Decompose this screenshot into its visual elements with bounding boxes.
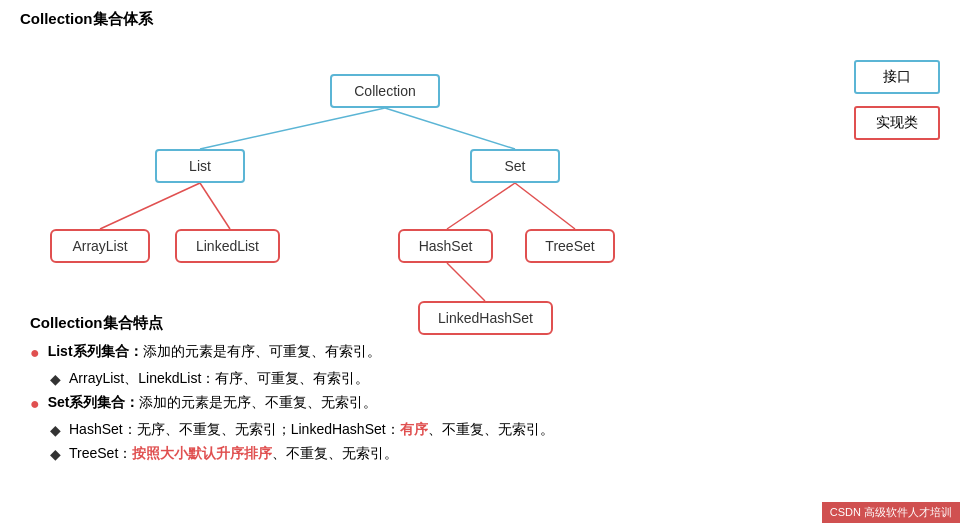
sub-treeset-text: TreeSet：按照大小默认升序排序、不重复、无索引。 xyxy=(69,445,398,463)
legend-impl: 实现类 xyxy=(854,106,940,140)
svg-line-5 xyxy=(515,183,575,229)
diamond-3: ◆ xyxy=(50,446,61,462)
svg-line-6 xyxy=(447,263,485,301)
node-collection: Collection xyxy=(330,74,440,108)
diamond-1: ◆ xyxy=(50,371,61,387)
set-label: Set系列集合： xyxy=(48,394,140,410)
page-title: Collection集合体系 xyxy=(20,10,940,29)
node-list: List xyxy=(155,149,245,183)
sub-treeset: ◆ TreeSet：按照大小默认升序排序、不重复、无索引。 xyxy=(30,445,930,463)
sort-text: 按照大小默认升序排序 xyxy=(132,445,272,461)
node-linkedhashset: LinkedHashSet xyxy=(418,301,553,335)
svg-line-3 xyxy=(200,183,230,229)
svg-line-4 xyxy=(447,183,515,229)
legend-interface: 接口 xyxy=(854,60,940,94)
list-label: List系列集合： xyxy=(48,343,143,359)
sub-arraylist-text: ArrayList、LinekdList：有序、可重复、有索引。 xyxy=(69,370,369,388)
main-container: Collection集合体系 Collection xyxy=(0,0,960,479)
node-arraylist: ArrayList xyxy=(50,229,150,263)
svg-line-2 xyxy=(100,183,200,229)
node-hashset: HashSet xyxy=(398,229,493,263)
svg-line-1 xyxy=(385,108,515,149)
bullet-circle-2: ● xyxy=(30,395,40,413)
bottom-section: Collection集合特点 ● List系列集合：添加的元素是有序、可重复、有… xyxy=(20,314,940,463)
watermark: CSDN 高级软件人才培训 xyxy=(822,502,960,523)
bullet-circle-1: ● xyxy=(30,344,40,362)
sub-hashset-text: HashSet：无序、不重复、无索引；LinkedHashSet：有序、不重复、… xyxy=(69,421,554,439)
node-set: Set xyxy=(470,149,560,183)
bullet-set-text: Set系列集合：添加的元素是无序、不重复、无索引。 xyxy=(48,394,378,412)
legend: 接口 实现类 xyxy=(854,60,940,140)
node-linkedlist: LinkedList xyxy=(175,229,280,263)
diamond-2: ◆ xyxy=(50,422,61,438)
sub-hashset: ◆ HashSet：无序、不重复、无索引；LinkedHashSet：有序、不重… xyxy=(30,421,930,439)
tree-diagram: Collection List Set ArrayList LinkedList… xyxy=(20,39,720,309)
node-treeset: TreeSet xyxy=(525,229,615,263)
ordered-text: 有序 xyxy=(400,421,428,437)
bullet-list: ● List系列集合：添加的元素是有序、可重复、有索引。 xyxy=(30,343,930,362)
svg-line-0 xyxy=(200,108,385,149)
bullet-set: ● Set系列集合：添加的元素是无序、不重复、无索引。 xyxy=(30,394,930,413)
bullet-list-text: List系列集合：添加的元素是有序、可重复、有索引。 xyxy=(48,343,381,361)
sub-arraylist: ◆ ArrayList、LinekdList：有序、可重复、有索引。 xyxy=(30,370,930,388)
